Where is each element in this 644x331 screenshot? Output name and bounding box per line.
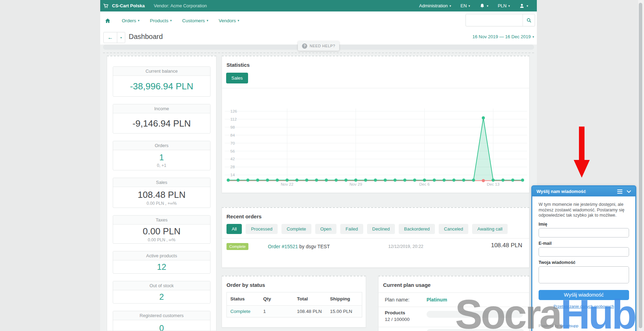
nav-item-customers[interactable]: Customers▾ bbox=[182, 18, 208, 23]
status-link[interactable]: Complete bbox=[227, 306, 260, 317]
stat-card-title: Sales bbox=[113, 178, 210, 187]
smartsupp-link[interactable]: Smartsupp bbox=[560, 324, 578, 328]
email-field[interactable] bbox=[539, 247, 629, 257]
dashed-separator bbox=[103, 53, 534, 53]
message-field[interactable] bbox=[539, 266, 629, 283]
order-row[interactable]: Complete Order #15521 by dsgv TEST 12/12… bbox=[222, 239, 529, 265]
back-dropdown-button[interactable]: ▾ bbox=[117, 32, 125, 43]
nav-item-products[interactable]: Products▾ bbox=[150, 18, 172, 23]
search-button[interactable] bbox=[523, 14, 535, 26]
plan-name-label: Plan name: bbox=[385, 297, 427, 302]
date-range-selector[interactable]: 16 Nov 2019 — 16 Dec 2019▾ bbox=[472, 34, 534, 39]
send-message-button[interactable]: Wyślij wiadomość bbox=[539, 290, 629, 300]
stat-card-current-balance: Current balance-38,996.94 PLN bbox=[113, 66, 210, 97]
svg-text:Dec 13: Dec 13 bbox=[487, 182, 499, 186]
search-input[interactable] bbox=[466, 14, 523, 26]
nav-item-vendors[interactable]: Vendors▾ bbox=[218, 18, 239, 23]
need-help-badge[interactable]: ? NEED HELP? bbox=[298, 41, 339, 51]
svg-text:Dec 6: Dec 6 bbox=[419, 182, 430, 186]
tab-failed[interactable]: Failed bbox=[340, 224, 363, 234]
brand-title: CS-Cart Polska bbox=[112, 3, 145, 8]
order-customer: by dsgv TEST bbox=[298, 244, 330, 249]
svg-text:Nov 29: Nov 29 bbox=[349, 182, 362, 186]
table-cell: 1 bbox=[260, 306, 294, 317]
sales-chart: 12611298847056422814Nov 22Nov 29Dec 6Dec… bbox=[222, 56, 530, 193]
chevron-down-icon: ▾ bbox=[207, 19, 208, 22]
tab-all[interactable]: All bbox=[226, 224, 242, 234]
column-header-qty: Qty bbox=[260, 292, 294, 306]
admin-app-column: CS-Cart Polska Vendor: Acme Corporation … bbox=[100, 0, 537, 331]
order-link[interactable]: Order #15521 bbox=[268, 244, 298, 249]
stat-card-sales: Sales108.48 PLN0.00 PLN , +∞% bbox=[113, 178, 210, 208]
stat-card-subvalue: 0.00 PLN , ∞% bbox=[148, 237, 175, 242]
nav-item-orders[interactable]: Orders▾ bbox=[122, 18, 140, 23]
tab-declined[interactable]: Declined bbox=[367, 224, 395, 234]
next-progress-bar bbox=[427, 329, 524, 331]
chat-widget-title: Wyślij nam wiadomość bbox=[536, 189, 586, 194]
stat-card-value: 0 bbox=[159, 323, 164, 331]
message-field-label: Twoja wiadomość bbox=[539, 260, 629, 265]
scrollbar[interactable] bbox=[638, 0, 644, 331]
order-total: 108.48 PLN bbox=[491, 242, 522, 249]
chevron-down-icon: ▾ bbox=[120, 36, 122, 39]
name-field[interactable] bbox=[539, 228, 629, 237]
stat-card-value: -38,996.94 PLN bbox=[130, 81, 193, 92]
notifications-menu[interactable]: ▾ bbox=[479, 3, 488, 9]
order-by-status-title: Order by status bbox=[226, 282, 366, 288]
chevron-down-icon: ▾ bbox=[138, 19, 140, 22]
stat-card-value: 12 bbox=[157, 262, 166, 272]
column-header-total: Total bbox=[294, 292, 327, 306]
chevron-down-icon: ▾ bbox=[532, 35, 534, 39]
stat-card-title: Current balance bbox=[113, 67, 210, 76]
scrollbar-thumb[interactable] bbox=[639, 3, 642, 328]
back-arrow-icon: ← bbox=[108, 34, 113, 41]
currency-menu[interactable]: PLN▾ bbox=[498, 3, 510, 8]
home-icon[interactable] bbox=[104, 18, 111, 24]
column-header-status: Status bbox=[227, 292, 260, 306]
recent-orders-title: Recent orders bbox=[226, 213, 529, 219]
stat-card-taxes: Taxes0.00 PLN0.00 PLN , ∞% bbox=[113, 215, 210, 244]
tab-backordered[interactable]: Backordered bbox=[399, 224, 435, 234]
stat-card-active-products: Active products12 bbox=[113, 251, 210, 274]
main-nav-bar: Orders▾Products▾Customers▾Vendors▾ bbox=[100, 11, 537, 30]
stat-card-title: Income bbox=[113, 104, 210, 113]
status-badge: Complete bbox=[226, 243, 248, 250]
tab-complete[interactable]: Complete bbox=[281, 224, 311, 234]
chevron-down-icon: ▾ bbox=[170, 19, 172, 22]
stat-card-subvalue: 0.00 PLN , +∞% bbox=[146, 201, 176, 206]
menu-icon[interactable] bbox=[617, 189, 622, 194]
column-header-shipping: Shipping bbox=[327, 292, 362, 306]
order-datetime: 12/12/2019, 20:22 bbox=[388, 244, 423, 249]
privacy-link[interactable]: Przetwarzanie danych osobowych bbox=[539, 304, 629, 308]
current-plan-panel: Current plan usage Plan name: Platinum P… bbox=[378, 276, 530, 331]
plan-name-row: Plan name: Platinum bbox=[379, 293, 529, 307]
email-field-label: E-mail bbox=[539, 241, 629, 246]
current-plan-title: Current plan usage bbox=[383, 282, 529, 288]
order-link-line: Order #15521 by dsgv TEST bbox=[268, 244, 330, 249]
chat-widget-header[interactable]: Wyślij nam wiadomość bbox=[532, 186, 635, 196]
stat-card-title: Orders bbox=[113, 141, 210, 150]
svg-text:112: 112 bbox=[230, 117, 237, 121]
tab-open[interactable]: Open bbox=[315, 224, 337, 234]
svg-text:14: 14 bbox=[230, 173, 235, 177]
administration-menu[interactable]: Administration▾ bbox=[419, 3, 451, 8]
stat-card-value: 0.00 PLN bbox=[143, 226, 180, 237]
svg-text:126: 126 bbox=[230, 109, 237, 113]
stat-card-orders: Orders10, +1 bbox=[113, 141, 210, 170]
chevron-down-icon[interactable] bbox=[627, 190, 631, 193]
order-by-status-table: StatusQtyTotalShipping Complete1108.48 P… bbox=[226, 292, 362, 317]
language-menu[interactable]: EN▾ bbox=[461, 3, 470, 8]
powered-by-label: Powered by Smartsupp bbox=[539, 324, 629, 328]
tab-canceled[interactable]: Canceled bbox=[439, 224, 468, 234]
svg-text:70: 70 bbox=[230, 141, 235, 145]
svg-text:98: 98 bbox=[230, 125, 235, 129]
chevron-down-icon: ▾ bbox=[469, 4, 470, 8]
stat-card-title: Registered customers bbox=[113, 311, 210, 320]
name-field-label: Imię bbox=[539, 222, 629, 227]
search-icon bbox=[526, 18, 532, 23]
tab-processed[interactable]: Processed bbox=[246, 224, 277, 234]
tab-awaiting-call[interactable]: Awaiting call bbox=[472, 224, 508, 234]
back-button[interactable]: ← bbox=[104, 32, 117, 43]
products-label: Products bbox=[385, 310, 427, 315]
account-menu[interactable]: ▾ bbox=[519, 3, 528, 9]
